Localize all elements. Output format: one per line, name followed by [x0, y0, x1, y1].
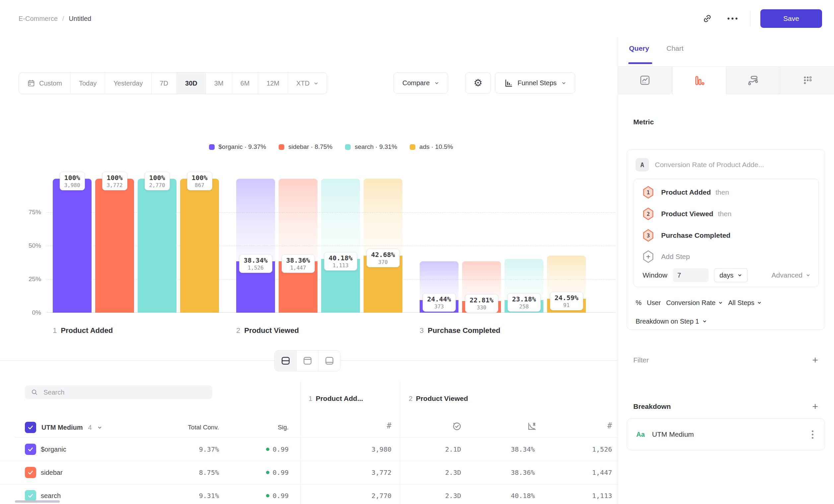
conversion-rate-icon[interactable]	[527, 421, 537, 431]
tab-funnels[interactable]	[672, 67, 726, 94]
layout-toggle-group	[275, 350, 341, 371]
funnel-bar[interactable]: 100%3,980	[53, 179, 92, 313]
sig-column-header[interactable]: Sig.	[229, 424, 289, 431]
date-range-30d[interactable]: 30D	[177, 73, 206, 94]
funnel-bar[interactable]: 24.44%373	[420, 179, 459, 313]
funnel-bar[interactable]: 38.36%1,447	[279, 179, 317, 313]
date-range-custom[interactable]: Custom	[19, 73, 71, 94]
add-step-button[interactable]: + Add Step	[642, 250, 690, 263]
date-range-7d[interactable]: 7D	[152, 73, 177, 94]
funnel-bar[interactable]: 100%2,770	[138, 179, 176, 313]
horizontal-scrollbar-thumb[interactable]	[15, 500, 60, 503]
query-panel: Query Chart	[618, 37, 834, 504]
add-filter-button[interactable]: +	[812, 355, 818, 365]
funnel-bar[interactable]: 38.34%1,526	[236, 179, 275, 313]
total-conv-column-header[interactable]: Total Conv.	[153, 424, 219, 431]
tab-chart[interactable]: Chart	[666, 44, 683, 52]
share-link-button[interactable]	[700, 11, 715, 26]
chart-settings-button[interactable]: ⚙	[465, 72, 491, 93]
date-range-3m[interactable]: 3M	[206, 73, 232, 94]
add-breakdown-button[interactable]: +	[812, 402, 818, 412]
breakdown-item[interactable]: Aa UTM Medium	[627, 418, 825, 450]
funnel-bar-converted	[53, 179, 92, 313]
ellipsis-icon	[727, 18, 738, 20]
breakdown-column-label: UTM Medium	[42, 424, 83, 431]
tab-query[interactable]: Query	[629, 44, 649, 52]
sig-number: 0.99	[273, 468, 289, 477]
table-row[interactable]: $organic9.37%0.993,9802.1D38.34%1,526	[0, 438, 618, 461]
significance-value: 0.99	[229, 461, 289, 484]
metric-selector[interactable]: Conversion Rate	[666, 299, 723, 307]
series-letter-badge: A	[636, 158, 649, 171]
legend-item[interactable]: sidebar · 8.75%	[279, 143, 332, 151]
tab-insights[interactable]	[618, 67, 672, 94]
search-input[interactable]	[43, 388, 206, 396]
legend-item[interactable]: $organic · 9.37%	[209, 143, 266, 151]
step-number: 1	[53, 326, 57, 335]
funnel-bar[interactable]: 24.59%91	[547, 179, 586, 313]
save-button[interactable]: Save	[760, 9, 822, 28]
compare-button[interactable]: Compare	[393, 72, 448, 93]
layout-top-toggle[interactable]	[297, 350, 319, 371]
table-row[interactable]: sidebar8.75%0.993,7722.3D38.36%1,447	[0, 461, 618, 484]
step1-column-header: 1 Product Add...	[309, 395, 363, 403]
legend-label: search · 9.31%	[355, 143, 397, 151]
row-checkbox[interactable]	[25, 467, 36, 478]
query-step-row[interactable]: 2Product Viewedthen	[642, 207, 731, 221]
bar-conversion-pct: 38.34%	[243, 256, 267, 264]
more-options-button[interactable]	[725, 11, 740, 26]
bar-value-label: 100%867	[187, 172, 212, 190]
count-metric-icon[interactable]: #	[372, 421, 392, 430]
step-name: Purchase Completed	[427, 326, 500, 335]
select-all-checkbox[interactable]	[25, 422, 36, 433]
add-step-hexagon-icon: +	[642, 250, 654, 263]
tab-retention[interactable]	[780, 67, 834, 94]
legend-item[interactable]: search · 9.31%	[345, 143, 397, 151]
metric-series-row[interactable]: A Conversion Rate of Product Adde...	[636, 158, 764, 171]
funnel-bar[interactable]: 100%3,772	[95, 179, 134, 313]
count-metric-icon[interactable]: #	[592, 421, 612, 430]
window-value-input[interactable]	[673, 268, 709, 282]
bar-value-label: 24.59%91	[550, 292, 583, 311]
bar-conversion-pct: 24.44%	[427, 295, 451, 303]
time-to-convert-icon[interactable]	[452, 421, 462, 431]
date-range-yesterday[interactable]: Yesterday	[105, 73, 151, 94]
date-range-12m[interactable]: 12M	[258, 73, 288, 94]
layout-split-toggle[interactable]	[275, 350, 297, 371]
chart-type-label: Funnel Steps	[518, 79, 557, 87]
funnel-bar[interactable]: 42.68%370	[364, 179, 402, 313]
chart-type-button[interactable]: Funnel Steps	[495, 72, 575, 93]
row-checkbox[interactable]	[25, 444, 36, 455]
advanced-toggle[interactable]: Advanced	[772, 271, 810, 279]
actor-selector[interactable]: User	[647, 299, 661, 307]
bottom-panel-icon	[325, 356, 334, 366]
query-step-row[interactable]: 1Product Addedthen	[642, 186, 729, 199]
date-range-today[interactable]: Today	[71, 73, 105, 94]
date-range-label: 30D	[185, 79, 197, 87]
step2-conversion: 40.18%	[484, 484, 535, 504]
table-row[interactable]: search9.31%0.992,7702.3D40.18%1,113	[0, 484, 618, 504]
row-checkbox[interactable]	[25, 490, 36, 501]
funnel-bar[interactable]: 22.81%330	[462, 179, 501, 313]
date-range-6m[interactable]: 6M	[232, 73, 259, 94]
bar-value-label: 22.81%330	[465, 294, 498, 313]
layout-bottom-toggle[interactable]	[319, 350, 340, 371]
breakdown-on-step-selector[interactable]: Breakdown on Step 1	[636, 315, 707, 328]
funnel-bar[interactable]: 40.18%1,113	[321, 179, 360, 313]
scope-selector[interactable]: All Steps	[728, 299, 762, 307]
funnel-bar[interactable]: 100%867	[180, 179, 219, 313]
query-step-row[interactable]: 3Purchase Completed	[642, 229, 730, 242]
breakdown-column-header[interactable]: UTM Medium 4	[25, 422, 102, 433]
sig-number: 0.99	[273, 492, 289, 500]
funnel-step-group: 24.44%37322.81%33023.18%25824.59%91	[420, 179, 586, 313]
date-range-xtd[interactable]: XTD	[288, 73, 327, 94]
tab-flows[interactable]	[726, 67, 780, 94]
split-panel-icon	[281, 356, 291, 366]
window-unit-select[interactable]: days	[714, 268, 748, 282]
legend-item[interactable]: ads · 10.5%	[410, 143, 453, 151]
total-conversion-value: 9.31%	[153, 484, 219, 504]
report-title[interactable]: Untitled	[69, 15, 91, 23]
breadcrumb-project[interactable]: E-Commerce	[19, 15, 58, 23]
funnel-bar[interactable]: 23.18%258	[505, 179, 543, 313]
kebab-menu-icon[interactable]	[810, 428, 815, 441]
